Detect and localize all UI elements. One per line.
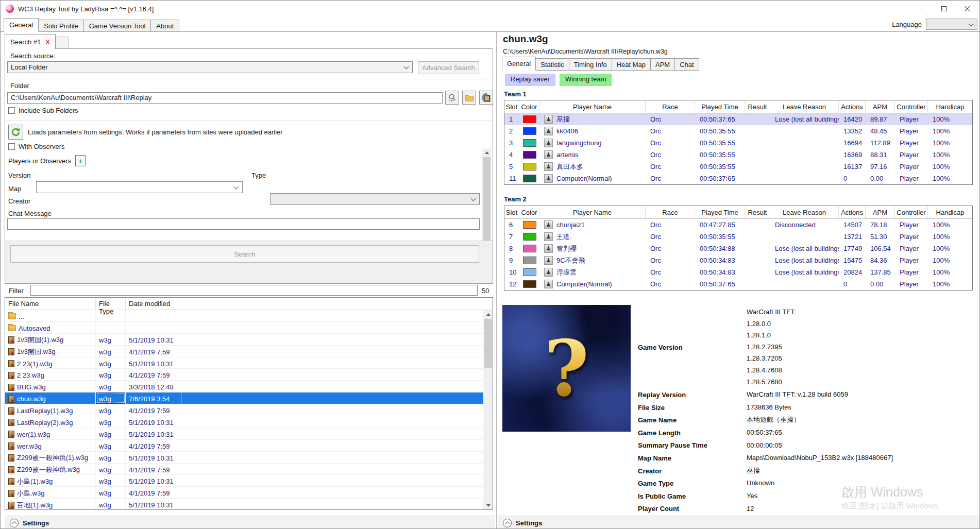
column-header: Leave Reason — [770, 206, 839, 218]
detail-tab-apm[interactable]: APM — [650, 58, 675, 71]
file-row[interactable]: wer(1).w3gw3g5/1/2019 10:31 — [5, 428, 484, 440]
search-button[interactable]: Search — [10, 245, 479, 263]
controller-cell: Player — [895, 219, 928, 231]
player-row[interactable]: 11♟Computer(Normal)Orc00:50:37:6500.00Pl… — [504, 173, 972, 184]
language-select[interactable] — [926, 19, 977, 30]
file-row[interactable]: 1v3開国.w3gw3g4/1/2019 7:59 — [5, 346, 484, 357]
player-name-cell[interactable]: ♟Computer(Normal) — [539, 278, 646, 290]
player-name-cell[interactable]: ♟王道. — [539, 231, 646, 243]
open-folder-button[interactable] — [462, 91, 476, 105]
player-row[interactable]: 6♟chunjaiz1Orc00:47:27:85Disconnected145… — [504, 219, 972, 231]
tab-about[interactable]: About — [150, 20, 179, 32]
folder-icon — [8, 325, 16, 331]
column-header: Color — [519, 100, 539, 113]
detail-tab-general[interactable]: General — [502, 57, 536, 71]
file-row[interactable]: LastReplay(1).w3gw3g4/1/2019 7:59 — [5, 404, 484, 416]
player-name-cell[interactable]: ♟artemis — [539, 149, 646, 161]
actions-cell: 16137 — [839, 161, 866, 173]
scroll-up-icon[interactable] — [484, 310, 493, 318]
player-row[interactable]: 4♟artemisOrc00:50:35:551636988.31Player1… — [504, 149, 972, 161]
handicap-cell: 100% — [928, 137, 972, 149]
filter-input[interactable] — [30, 285, 478, 296]
handicap-cell: 100% — [928, 219, 972, 231]
player-name-cell[interactable]: ♟Computer(Normal) — [539, 173, 646, 184]
player-row[interactable]: 2♟kk0406Orc00:50:35:551335248.45Player10… — [504, 125, 972, 137]
result-cell — [745, 125, 770, 137]
tab-general[interactable]: General — [4, 18, 39, 32]
winning-team-chip[interactable]: Winning team — [560, 74, 612, 86]
file-row[interactable]: 1v3開国(1).w3gw3g5/1/2019 10:31 — [5, 334, 484, 346]
detail-tab-statistic[interactable]: Statistic — [535, 58, 569, 71]
file-row[interactable]: 小島(1).w3gw3g5/1/2019 10:31 — [5, 475, 484, 487]
file-row[interactable]: 2 23.w3gw3g4/1/2019 7:59 — [5, 369, 484, 381]
load-parameters-button[interactable] — [8, 125, 23, 140]
chat-message-input[interactable] — [7, 218, 480, 230]
maximize-button[interactable] — [932, 1, 956, 17]
player-row[interactable]: 9♟9C不會飛Orc00:50:34:83Lose (lost all buil… — [504, 254, 972, 266]
file-row[interactable]: Z299被一殺神跳(1).w3gw3g5/1/2019 10:31 — [5, 452, 484, 464]
file-row[interactable]: chun.w3gw3g7/6/2019 3:54 — [5, 393, 484, 404]
detail-tab-heat-map[interactable]: Heat Map — [612, 58, 651, 71]
with-observers-checkbox[interactable]: With Observers — [8, 143, 65, 150]
player-row[interactable]: 10♟浮虛雲Orc00:50:34:83Lose (lost all build… — [504, 266, 972, 278]
file-row[interactable]: 小島.w3gw3g4/1/2019 7:59 — [5, 487, 484, 499]
advanced-search-button[interactable]: Advanced Search — [418, 61, 479, 74]
player-name-cell[interactable]: ♟雪判櫻 — [539, 243, 646, 254]
file-row[interactable]: 2 23(1).w3gw3g5/1/2019 10:31 — [5, 357, 484, 369]
race-cell: Orc — [646, 149, 695, 161]
left-settings-bar[interactable]: Settings — [5, 516, 495, 529]
tab-game-version-tool[interactable]: Game Version Tool — [83, 20, 151, 32]
file-row[interactable]: BUG.w3gw3g3/3/2018 12:48 — [5, 381, 484, 393]
close-search-tab-icon[interactable]: X — [45, 38, 50, 46]
folder-path-input[interactable]: C:\Users\KenAu\Documents\Warcraft III\Re… — [7, 92, 443, 104]
player-row[interactable]: 1♟巫撞Orc00:50:37:65Lose (lost all buildin… — [504, 113, 972, 125]
player-name-cell[interactable]: ♟巫撞 — [539, 113, 646, 125]
file-row[interactable]: ... — [5, 310, 484, 322]
file-list-scrollbar[interactable] — [484, 310, 493, 509]
file-name-cell: LastReplay(1).w3g — [5, 404, 96, 416]
player-row[interactable]: 7♟王道.Orc00:50:35:551372151.30Player100% — [504, 231, 972, 243]
player-row[interactable]: 3♟tangwingchungOrc00:50:35:5516694112.89… — [504, 137, 972, 149]
include-sub-folders-checkbox[interactable]: Include Sub Folders — [8, 107, 78, 114]
detail-tab-chat[interactable]: Chat — [674, 58, 699, 71]
replay-saver-chip[interactable]: Replay saver — [505, 74, 555, 86]
file-row[interactable]: wer.w3gw3g4/1/2019 7:59 — [5, 440, 484, 452]
search-source-select[interactable]: Local Folder — [7, 61, 413, 73]
type-select[interactable] — [270, 193, 480, 205]
column-header: Leave Reason — [770, 100, 839, 113]
scroll-up-icon[interactable] — [482, 148, 491, 157]
player-row[interactable]: 8♟雪判櫻Orc00:50:34:88Lose (lost all buildi… — [504, 243, 972, 254]
player-name-cell[interactable]: ♟真田本多 — [539, 161, 646, 173]
player-name-cell[interactable]: ♟tangwingchung — [539, 137, 646, 149]
open-replay-button[interactable] — [479, 91, 493, 105]
add-player-filter-button[interactable]: + — [75, 155, 86, 166]
scrollbar-thumb[interactable] — [483, 157, 491, 242]
search-tab-1[interactable]: Search #1 X — [5, 34, 56, 49]
file-type-cell: w3g — [96, 440, 126, 451]
preview-search-button[interactable] — [445, 91, 459, 105]
file-row[interactable]: 百地(1).w3gw3g5/1/2019 10:31 — [5, 499, 484, 510]
player-name-text: 真田本多 — [556, 162, 583, 172]
scrollbar-thumb[interactable] — [484, 319, 492, 368]
magnifier-icon — [448, 93, 457, 103]
player-name-cell[interactable]: ♟9C不會飛 — [539, 254, 646, 266]
file-row[interactable]: LastReplay(2).w3gw3g5/1/2019 10:31 — [5, 416, 484, 428]
detail-tab-strip: General Statistic Timing Info Heat Map A… — [502, 57, 699, 71]
apm-cell: 137.85 — [866, 266, 895, 278]
tab-solo-profile[interactable]: Solo Profile — [38, 20, 83, 32]
right-settings-bar[interactable]: Settings — [498, 516, 980, 529]
close-button[interactable] — [956, 1, 979, 17]
player-row[interactable]: 5♟真田本多Orc00:50:35:551613797.16Player100% — [504, 161, 972, 173]
player-row[interactable]: 12♟Computer(Normal)Orc00:50:37:6500.00Pl… — [504, 278, 972, 290]
player-name-cell[interactable]: ♟chunjaiz1 — [539, 219, 646, 231]
new-search-tab-stub[interactable] — [56, 37, 69, 49]
file-row[interactable]: Autosaved — [5, 322, 484, 334]
player-name-cell[interactable]: ♟kk0406 — [539, 125, 646, 137]
version-select[interactable] — [36, 181, 243, 193]
player-name-cell[interactable]: ♟浮虛雲 — [539, 266, 646, 278]
detail-tab-timing-info[interactable]: Timing Info — [569, 58, 612, 71]
replay-info-list: Game VersionWarCraft III TFT: 1.28.0.0 1… — [638, 306, 975, 515]
minimize-button[interactable] — [908, 1, 932, 17]
file-row[interactable]: Z299被一殺神跳.w3gw3g4/1/2019 7:59 — [5, 464, 484, 475]
scroll-down-icon[interactable] — [484, 501, 493, 509]
